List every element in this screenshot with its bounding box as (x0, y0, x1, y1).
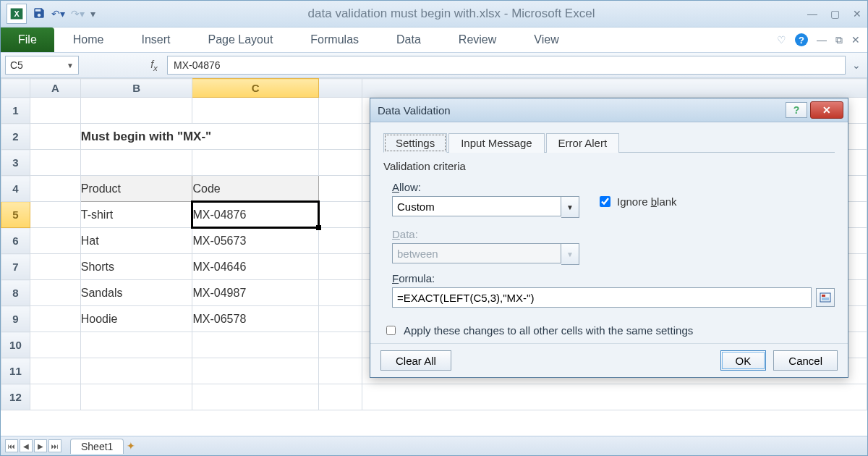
table-header: Code (192, 176, 319, 202)
tab-page-layout[interactable]: Page Layout (189, 28, 292, 52)
cell[interactable]: Hoodie (80, 306, 192, 332)
select-all-corner[interactable] (1, 79, 30, 98)
row-header[interactable]: 4 (1, 176, 30, 202)
tab-nav-first-icon[interactable]: ⏮ (5, 439, 18, 452)
cell[interactable]: MX-04646 (192, 254, 319, 280)
ignore-blank-label: Ignore blank (617, 195, 677, 208)
col-header[interactable] (362, 79, 867, 98)
data-validation-dialog: Data Validation ? ✕ Settings Input Messa… (370, 98, 848, 378)
help-icon[interactable]: ? (795, 33, 808, 46)
ribbon-min-icon[interactable]: — (817, 34, 827, 46)
row-header[interactable]: 12 (1, 384, 30, 410)
formula-label: Formula: (392, 272, 835, 284)
ok-button[interactable]: OK (720, 350, 767, 371)
new-sheet-icon[interactable]: ✦ (127, 440, 135, 452)
allow-label: Allow: (392, 181, 579, 193)
redo-icon[interactable]: ↷▾ (71, 8, 85, 20)
qat-dropdown-icon[interactable]: ▾ (90, 8, 95, 20)
active-cell[interactable]: MX-04876 (192, 202, 319, 228)
tab-formulas[interactable]: Formulas (292, 28, 378, 52)
cell[interactable]: Hat (80, 228, 192, 254)
tab-file[interactable]: File (1, 28, 54, 52)
col-header[interactable]: B (80, 79, 192, 98)
allow-combo[interactable]: ▼ (392, 196, 579, 218)
formula-field[interactable] (392, 287, 812, 308)
formula-label-text: ormula: (399, 272, 435, 284)
maximize-icon[interactable]: ▢ (830, 8, 840, 20)
data-dropdown-icon: ▼ (561, 243, 579, 265)
allow-label-text: llow: (399, 181, 421, 193)
fx-icon[interactable]: fx (145, 59, 163, 72)
ignore-blank-row[interactable]: Ignore blank (597, 194, 677, 209)
table-header: Product (80, 176, 192, 202)
dialog-close-icon[interactable]: ✕ (810, 101, 843, 119)
criteria-label: Validation criteria (383, 160, 835, 172)
ignore-blank-checkbox[interactable] (600, 196, 610, 207)
tab-insert[interactable]: Insert (122, 28, 189, 52)
col-header[interactable]: C (192, 79, 319, 98)
formula-bar: C5 ▼ fx MX-04876 ⌄ (1, 53, 867, 78)
data-input (392, 243, 561, 263)
row-header[interactable]: 9 (1, 306, 30, 332)
apply-all-row[interactable]: Apply these changes to all other cells w… (383, 324, 835, 337)
cell[interactable]: MX-05673 (192, 228, 319, 254)
formula-expand-icon[interactable]: ⌄ (850, 59, 863, 71)
clear-all-button[interactable]: Clear All (380, 350, 451, 371)
ribbon-restore-icon[interactable]: ⧉ (835, 34, 843, 46)
data-label-text: ata: (400, 228, 418, 240)
tab-settings[interactable]: Settings (383, 133, 447, 153)
svg-rect-3 (822, 295, 825, 297)
name-box[interactable]: C5 ▼ (5, 56, 79, 75)
allow-dropdown-icon[interactable]: ▼ (561, 196, 579, 218)
cell[interactable]: Shorts (80, 254, 192, 280)
col-header[interactable] (319, 79, 362, 98)
row-header[interactable]: 5 (1, 202, 30, 228)
excel-icon[interactable]: X (7, 4, 27, 24)
sheet-tab[interactable]: Sheet1 (70, 439, 124, 454)
row-header[interactable]: 11 (1, 358, 30, 384)
tab-nav-next-icon[interactable]: ▶ (34, 439, 47, 452)
quick-access-toolbar: X ↶▾ ↷▾ ▾ data validation must begin wit… (1, 1, 867, 28)
tab-nav-last-icon[interactable]: ⏭ (48, 439, 61, 452)
tab-data[interactable]: Data (378, 28, 440, 52)
row-header[interactable]: 10 (1, 332, 30, 358)
dialog-titlebar[interactable]: Data Validation ? ✕ (370, 98, 848, 122)
tab-review[interactable]: Review (440, 28, 515, 52)
tab-error-alert[interactable]: Error Alert (546, 133, 620, 153)
svg-rect-4 (822, 297, 829, 300)
apply-all-label: Apply these changes to all other cells w… (404, 324, 693, 337)
window-title: data validation must begin with.xlsx - M… (101, 7, 801, 21)
allow-input[interactable] (392, 196, 561, 216)
row-header[interactable]: 3 (1, 150, 30, 176)
heart-icon[interactable]: ♡ (777, 34, 786, 46)
row-header[interactable]: 2 (1, 124, 30, 150)
undo-icon[interactable]: ↶▾ (51, 8, 65, 20)
ribbon-close-icon[interactable]: ✕ (851, 34, 860, 46)
tab-view[interactable]: View (515, 28, 577, 52)
tab-nav-prev-icon[interactable]: ◀ (20, 439, 33, 452)
cell[interactable]: T-shirt (80, 202, 192, 228)
apply-all-checkbox[interactable] (386, 326, 396, 335)
name-box-value: C5 (10, 59, 23, 71)
cell[interactable]: MX-06578 (192, 306, 319, 332)
name-box-dropdown-icon[interactable]: ▼ (67, 62, 74, 69)
row-header[interactable]: 8 (1, 280, 30, 306)
cell[interactable]: Sandals (80, 280, 192, 306)
formula-input[interactable]: MX-04876 (167, 56, 846, 75)
row-header[interactable]: 7 (1, 254, 30, 280)
ribbon: File Home Insert Page Layout Formulas Da… (1, 28, 867, 53)
col-header[interactable]: A (30, 79, 80, 98)
row-header[interactable]: 6 (1, 228, 30, 254)
cancel-button[interactable]: Cancel (773, 350, 838, 371)
tab-input-message[interactable]: Input Message (448, 133, 544, 153)
tab-home[interactable]: Home (54, 28, 123, 52)
save-icon[interactable] (33, 7, 46, 22)
dialog-help-icon[interactable]: ? (786, 102, 807, 118)
row-header[interactable]: 1 (1, 98, 30, 124)
dialog-footer: Clear All OK Cancel (370, 343, 848, 377)
close-icon[interactable]: ✕ (853, 8, 861, 20)
minimize-icon[interactable]: — (807, 8, 817, 20)
dialog-title: Data Validation (378, 104, 451, 117)
range-picker-icon[interactable] (816, 288, 835, 307)
cell[interactable]: MX-04987 (192, 280, 319, 306)
